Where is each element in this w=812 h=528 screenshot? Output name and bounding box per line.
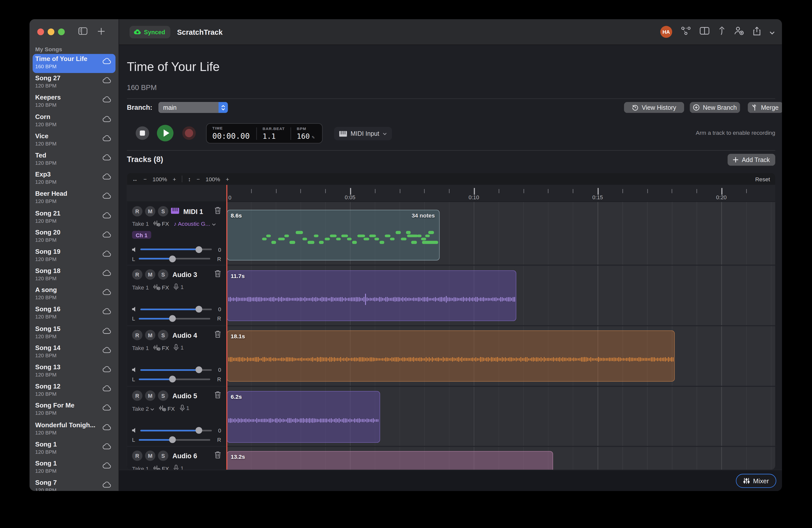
sync-status-badge[interactable]: Synced	[130, 26, 170, 38]
mixer-button[interactable]: Mixer	[736, 474, 777, 488]
sidebar-song-item[interactable]: Song 12120 BPM	[33, 381, 116, 400]
sidebar-song-item[interactable]: Keepers120 BPM	[33, 92, 116, 112]
v-zoom-out-button[interactable]: −	[197, 176, 200, 182]
cloud-icon	[102, 404, 111, 413]
playhead[interactable]	[226, 185, 227, 470]
song-bpm: 120 BPM	[35, 371, 112, 378]
audio-clip[interactable]: 13.2s	[227, 451, 553, 470]
clip-duration-label: 11.7s	[231, 273, 245, 279]
ruler-tick	[498, 189, 499, 193]
cloud-icon	[102, 384, 111, 394]
h-zoom-in-button[interactable]: +	[173, 176, 176, 182]
sidebar-song-item[interactable]: Song 1120 BPM	[33, 439, 116, 458]
follow-cursor-icon[interactable]	[718, 27, 725, 38]
h-zoom-out-button[interactable]: −	[144, 176, 147, 182]
sidebar-song-item[interactable]: Song 15120 BPM	[33, 323, 116, 343]
edit-bpm-icon[interactable]: ✎	[312, 135, 315, 140]
midi-note	[324, 237, 330, 240]
bpm-value[interactable]: 160✎	[297, 132, 315, 140]
traffic-close-button[interactable]	[37, 29, 44, 35]
song-title: Song 20	[35, 229, 102, 236]
sidebar-song-item[interactable]: Song 27120 BPM	[33, 73, 116, 92]
merge-button[interactable]: Merge	[748, 102, 782, 113]
add-collaborator-icon[interactable]	[734, 27, 744, 38]
sidebar-song-item[interactable]: Song 13120 BPM	[33, 362, 116, 381]
sidebar-song-item[interactable]: Ted120 BPM	[33, 150, 116, 170]
midi-note	[296, 231, 303, 234]
traffic-minimize-button[interactable]	[48, 29, 55, 35]
sidebar-song-item[interactable]: Song 16120 BPM	[33, 304, 116, 323]
audio-clip[interactable]: 6.2s	[227, 391, 380, 443]
sidebar-song-item[interactable]: Song 7120 BPM	[33, 478, 116, 491]
audio-clip[interactable]: 11.7s	[227, 270, 516, 321]
song-title: Song 1	[35, 460, 102, 468]
sidebar-song-item[interactable]: Wonderful Tonigh...120 BPM	[33, 420, 116, 439]
ruler-label: 0	[229, 194, 232, 201]
toggle-sidebar-icon[interactable]	[78, 27, 87, 37]
play-button[interactable]	[157, 125, 174, 141]
midi-clip[interactable]: 8.6s34 notes	[227, 210, 439, 261]
zoom-reset-button[interactable]: Reset	[755, 176, 770, 182]
toolbar-actions: HA	[660, 26, 775, 38]
sidebar-song-item[interactable]: Beer Head120 BPM	[33, 189, 116, 208]
add-track-button[interactable]: Add Track	[727, 154, 775, 166]
midi-note	[278, 237, 285, 240]
song-bpm: 160 BPM	[35, 63, 112, 70]
branch-select[interactable]: main	[159, 102, 228, 113]
cloud-icon	[102, 423, 111, 432]
new-branch-button[interactable]: New Branch	[690, 102, 740, 113]
cloud-icon	[102, 192, 111, 201]
midi-note	[364, 237, 369, 240]
page-title: Time of Your Life	[127, 59, 220, 74]
song-bpm: 120 BPM	[35, 468, 112, 474]
history-clock-icon	[632, 104, 639, 111]
sidebar-song-item[interactable]: Exp3120 BPM	[33, 170, 116, 189]
split-view-icon[interactable]	[700, 27, 710, 37]
waveform	[228, 292, 514, 307]
traffic-zoom-button[interactable]	[58, 29, 65, 35]
timeline-ruler[interactable]: 00:050:100:150:20	[127, 185, 775, 202]
sidebar-song-item[interactable]: Song 20120 BPM	[33, 227, 116, 247]
sidebar-song-item[interactable]: Song 19120 BPM	[33, 247, 116, 266]
sidebar-song-item[interactable]: Time of Your Life160 BPM	[33, 54, 116, 73]
plus-circle-icon	[693, 104, 700, 111]
midi-note	[336, 237, 341, 240]
sidebar-song-item[interactable]: Song 1120 BPM	[33, 458, 116, 478]
sidebar-song-item[interactable]: Vice120 BPM	[33, 131, 116, 150]
view-history-button[interactable]: View History	[624, 102, 684, 113]
v-zoom-in-button[interactable]: +	[226, 176, 229, 182]
midi-note	[407, 234, 418, 237]
song-bpm: 120 BPM	[35, 410, 112, 416]
share-chevron-down-icon[interactable]	[769, 27, 775, 36]
new-song-plus-icon[interactable]	[97, 28, 105, 37]
song-bpm: 120 BPM	[35, 179, 112, 186]
sidebar-song-item[interactable]: Song 21120 BPM	[33, 208, 116, 227]
midi-note	[330, 234, 336, 237]
sidebar-song-item[interactable]: A song120 BPM	[33, 285, 116, 304]
sidebar-song-item[interactable]: Song 18120 BPM	[33, 266, 116, 285]
barbeat-value: 1.1	[262, 132, 285, 140]
sidebar-section-header: My Songs	[35, 46, 62, 52]
midi-input-dropdown[interactable]: MIDI Input	[334, 127, 392, 141]
song-bpm: 120 BPM	[35, 352, 112, 359]
song-bpm: 120 BPM	[35, 391, 112, 397]
v-zoom-value: 100%	[205, 176, 220, 182]
tracks-count-title: Tracks (8)	[127, 155, 163, 163]
zoom-toolbar: ↔ − 100% + ↕ − 100% + Reset	[127, 173, 775, 185]
midi-note	[347, 237, 351, 240]
midi-note	[307, 241, 314, 244]
audio-clip[interactable]: 18.1s	[227, 331, 675, 382]
share-icon[interactable]	[753, 26, 761, 38]
barbeat-label: BAR.BEAT	[262, 126, 285, 131]
sidebar-song-item[interactable]: Song 14120 BPM	[33, 343, 116, 362]
cloud-icon	[102, 346, 111, 355]
stop-button[interactable]	[136, 126, 149, 140]
branch-select-value: main	[159, 104, 218, 111]
record-button[interactable]	[182, 126, 196, 140]
avatar[interactable]: HA	[660, 26, 672, 38]
midi-note	[284, 234, 289, 237]
sidebar-song-item[interactable]: Corn120 BPM	[33, 112, 116, 131]
ruler-tick	[325, 189, 326, 193]
collaboration-nodes-icon[interactable]	[681, 27, 691, 38]
sidebar-song-item[interactable]: Song For Me120 BPM	[33, 400, 116, 420]
